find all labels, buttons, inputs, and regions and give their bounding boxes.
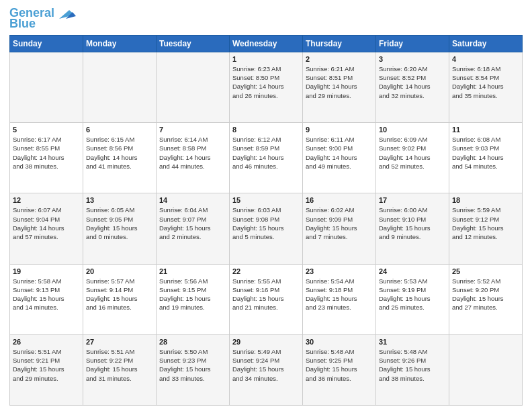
header-row: SundayMondayTuesdayWednesdayThursdayFrid… (10, 35, 523, 52)
calendar-cell: 11Sunrise: 6:08 AM Sunset: 9:03 PM Dayli… (449, 123, 523, 193)
header-day: Wednesday (230, 35, 303, 52)
day-content: Sunrise: 5:51 AM Sunset: 9:22 PM Dayligh… (86, 347, 153, 383)
day-content: Sunrise: 5:54 AM Sunset: 9:18 PM Dayligh… (306, 277, 373, 312)
calendar-body: 1Sunrise: 6:23 AM Sunset: 8:50 PM Daylig… (10, 52, 523, 405)
day-content: Sunrise: 6:14 AM Sunset: 8:58 PM Dayligh… (159, 135, 226, 171)
calendar-cell: 31Sunrise: 5:48 AM Sunset: 9:26 PM Dayli… (376, 334, 449, 405)
day-number: 8 (232, 126, 300, 134)
calendar-cell: 26Sunrise: 5:51 AM Sunset: 9:21 PM Dayli… (10, 334, 83, 405)
day-content: Sunrise: 5:52 AM Sunset: 9:20 PM Dayligh… (452, 277, 519, 312)
day-content: Sunrise: 5:53 AM Sunset: 9:19 PM Dayligh… (379, 277, 446, 312)
day-number: 26 (13, 338, 80, 346)
calendar-cell: 7Sunrise: 6:14 AM Sunset: 8:58 PM Daylig… (157, 123, 230, 193)
day-number: 24 (379, 267, 446, 275)
calendar-cell: 1Sunrise: 6:23 AM Sunset: 8:50 PM Daylig… (230, 52, 303, 122)
logo-blue: Blue (9, 17, 36, 31)
day-content: Sunrise: 6:15 AM Sunset: 8:56 PM Dayligh… (86, 135, 153, 171)
calendar-cell: 28Sunrise: 5:50 AM Sunset: 9:23 PM Dayli… (157, 334, 230, 405)
day-number: 13 (86, 196, 153, 204)
day-number: 7 (159, 126, 226, 134)
calendar-cell: 24Sunrise: 5:53 AM Sunset: 9:19 PM Dayli… (376, 264, 449, 334)
calendar-cell (449, 334, 523, 405)
calendar-cell: 2Sunrise: 6:21 AM Sunset: 8:51 PM Daylig… (303, 52, 376, 122)
calendar-cell: 22Sunrise: 5:55 AM Sunset: 9:16 PM Dayli… (230, 264, 303, 334)
day-number: 21 (159, 267, 226, 275)
day-number: 18 (452, 196, 519, 204)
day-content: Sunrise: 5:49 AM Sunset: 9:24 PM Dayligh… (232, 347, 300, 383)
calendar-week: 12Sunrise: 6:07 AM Sunset: 9:04 PM Dayli… (10, 193, 523, 264)
day-content: Sunrise: 5:55 AM Sunset: 9:16 PM Dayligh… (232, 277, 300, 312)
day-number: 4 (452, 55, 519, 63)
header-day: Friday (376, 35, 449, 52)
header-day: Saturday (449, 35, 523, 52)
logo-icon (56, 7, 76, 20)
day-content: Sunrise: 6:17 AM Sunset: 8:55 PM Dayligh… (13, 135, 80, 171)
calendar-cell: 14Sunrise: 6:04 AM Sunset: 9:07 PM Dayli… (157, 193, 230, 264)
day-content: Sunrise: 6:21 AM Sunset: 8:51 PM Dayligh… (306, 64, 373, 100)
calendar-cell: 25Sunrise: 5:52 AM Sunset: 9:20 PM Dayli… (449, 264, 523, 334)
calendar-header: SundayMondayTuesdayWednesdayThursdayFrid… (10, 35, 523, 52)
header-day: Sunday (10, 35, 83, 52)
day-number: 11 (452, 126, 519, 134)
calendar-cell: 19Sunrise: 5:58 AM Sunset: 9:13 PM Dayli… (10, 264, 83, 334)
day-number: 20 (86, 267, 153, 275)
header: General Blue (9, 7, 523, 31)
header-day: Tuesday (157, 35, 230, 52)
day-number: 31 (379, 338, 446, 346)
calendar-cell: 8Sunrise: 6:12 AM Sunset: 8:59 PM Daylig… (230, 123, 303, 193)
day-content: Sunrise: 6:05 AM Sunset: 9:05 PM Dayligh… (86, 205, 153, 241)
day-content: Sunrise: 6:11 AM Sunset: 9:00 PM Dayligh… (306, 135, 373, 171)
calendar-cell: 5Sunrise: 6:17 AM Sunset: 8:55 PM Daylig… (10, 123, 83, 193)
day-content: Sunrise: 6:07 AM Sunset: 9:04 PM Dayligh… (13, 205, 80, 241)
day-number: 10 (379, 126, 446, 134)
day-content: Sunrise: 5:58 AM Sunset: 9:13 PM Dayligh… (13, 277, 80, 312)
day-content: Sunrise: 5:48 AM Sunset: 9:25 PM Dayligh… (306, 347, 373, 383)
logo: General Blue (9, 7, 76, 31)
day-number: 3 (379, 55, 446, 63)
day-content: Sunrise: 5:59 AM Sunset: 9:12 PM Dayligh… (452, 205, 519, 241)
header-day: Monday (83, 35, 157, 52)
calendar-cell: 13Sunrise: 6:05 AM Sunset: 9:05 PM Dayli… (83, 193, 157, 264)
calendar-week: 5Sunrise: 6:17 AM Sunset: 8:55 PM Daylig… (10, 123, 523, 193)
day-number: 23 (306, 267, 373, 275)
calendar-cell: 18Sunrise: 5:59 AM Sunset: 9:12 PM Dayli… (449, 193, 523, 264)
day-number: 29 (232, 338, 300, 346)
calendar-cell: 17Sunrise: 6:00 AM Sunset: 9:10 PM Dayli… (376, 193, 449, 264)
calendar-cell: 10Sunrise: 6:09 AM Sunset: 9:02 PM Dayli… (376, 123, 449, 193)
header-day: Thursday (303, 35, 376, 52)
day-content: Sunrise: 6:23 AM Sunset: 8:50 PM Dayligh… (232, 64, 300, 100)
day-number: 30 (306, 338, 373, 346)
calendar-week: 26Sunrise: 5:51 AM Sunset: 9:21 PM Dayli… (10, 334, 523, 405)
calendar-cell: 3Sunrise: 6:20 AM Sunset: 8:52 PM Daylig… (376, 52, 449, 122)
day-number: 19 (13, 267, 80, 275)
calendar-cell: 15Sunrise: 6:03 AM Sunset: 9:08 PM Dayli… (230, 193, 303, 264)
day-number: 27 (86, 338, 153, 346)
calendar-cell: 23Sunrise: 5:54 AM Sunset: 9:18 PM Dayli… (303, 264, 376, 334)
calendar-cell: 6Sunrise: 6:15 AM Sunset: 8:56 PM Daylig… (83, 123, 157, 193)
day-number: 17 (379, 196, 446, 204)
day-content: Sunrise: 6:09 AM Sunset: 9:02 PM Dayligh… (379, 135, 446, 171)
day-content: Sunrise: 6:04 AM Sunset: 9:07 PM Dayligh… (159, 205, 226, 241)
day-content: Sunrise: 5:50 AM Sunset: 9:23 PM Dayligh… (159, 347, 226, 383)
calendar-cell: 4Sunrise: 6:18 AM Sunset: 8:54 PM Daylig… (449, 52, 523, 122)
calendar-cell (83, 52, 157, 122)
day-number: 25 (452, 267, 519, 275)
calendar-cell (157, 52, 230, 122)
calendar-week: 19Sunrise: 5:58 AM Sunset: 9:13 PM Dayli… (10, 264, 523, 334)
calendar-cell: 12Sunrise: 6:07 AM Sunset: 9:04 PM Dayli… (10, 193, 83, 264)
day-number: 16 (306, 196, 373, 204)
calendar-cell: 9Sunrise: 6:11 AM Sunset: 9:00 PM Daylig… (303, 123, 376, 193)
day-number: 15 (232, 196, 300, 204)
day-number: 6 (86, 126, 153, 134)
day-number: 22 (232, 267, 300, 275)
day-number: 28 (159, 338, 226, 346)
day-content: Sunrise: 5:51 AM Sunset: 9:21 PM Dayligh… (13, 347, 80, 383)
calendar-cell: 20Sunrise: 5:57 AM Sunset: 9:14 PM Dayli… (83, 264, 157, 334)
day-content: Sunrise: 6:20 AM Sunset: 8:52 PM Dayligh… (379, 64, 446, 100)
day-content: Sunrise: 6:00 AM Sunset: 9:10 PM Dayligh… (379, 205, 446, 241)
day-number: 14 (159, 196, 226, 204)
calendar-cell (10, 52, 83, 122)
day-content: Sunrise: 6:12 AM Sunset: 8:59 PM Dayligh… (232, 135, 300, 171)
day-number: 9 (306, 126, 373, 134)
day-number: 12 (13, 196, 80, 204)
